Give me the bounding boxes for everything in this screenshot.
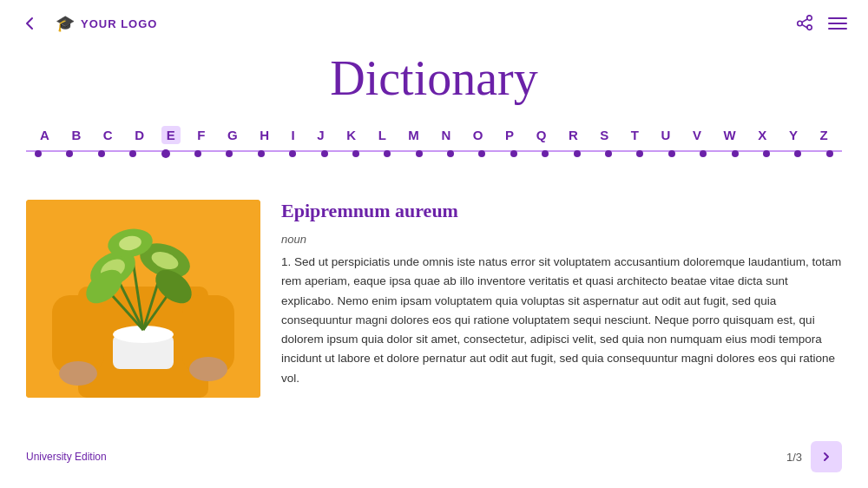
alpha-letter-o[interactable]: O	[468, 126, 489, 144]
logo-icon: 🎓	[56, 14, 76, 33]
alpha-letter-k[interactable]: K	[341, 126, 361, 144]
back-icon	[21, 15, 38, 32]
alpha-letter-v[interactable]: V	[687, 126, 707, 144]
alphabet-dots	[26, 144, 842, 158]
alpha-letter-w[interactable]: W	[719, 126, 741, 144]
next-icon	[819, 450, 833, 464]
alpha-letter-i[interactable]: I	[286, 126, 300, 144]
svg-point-5	[189, 357, 227, 381]
alpha-letter-r[interactable]: R	[563, 126, 583, 144]
share-button[interactable]	[795, 14, 814, 33]
header-left: 🎓 YOUR LOGO	[21, 14, 157, 33]
alpha-dot-v	[700, 150, 707, 157]
word-definition: 1. Sed ut perspiciatis unde omnis iste n…	[281, 253, 842, 388]
alpha-dot-x	[763, 150, 770, 157]
page-indicator: 1/3	[786, 451, 802, 464]
alpha-dot-i	[289, 150, 296, 157]
alpha-dot-d	[129, 150, 136, 157]
alpha-letter-m[interactable]: M	[403, 126, 424, 144]
alpha-letter-f[interactable]: F	[192, 126, 210, 144]
content-area: Epipremnum aureum noun 1. Sed ut perspic…	[26, 200, 842, 398]
alpha-dot-m	[416, 150, 423, 157]
menu-line-2	[828, 23, 847, 24]
alpha-letter-q[interactable]: Q	[531, 126, 552, 144]
alpha-letter-l[interactable]: L	[373, 126, 391, 144]
next-button[interactable]	[811, 441, 842, 472]
hamburger-icon	[828, 17, 847, 30]
alpha-dot-b	[66, 150, 73, 157]
definition-area: Epipremnum aureum noun 1. Sed ut perspic…	[281, 200, 842, 398]
alpha-dot-z	[826, 150, 833, 157]
alpha-letter-c[interactable]: C	[98, 126, 118, 144]
alpha-letter-p[interactable]: P	[500, 126, 519, 144]
alpha-letter-b[interactable]: B	[66, 126, 86, 144]
alphabet-nav: ABCDEFGHIJKLMNOPQRSTUVWXYZ	[0, 126, 868, 158]
alpha-letter-n[interactable]: N	[436, 126, 456, 144]
logo: 🎓 YOUR LOGO	[56, 14, 157, 33]
alpha-dot-u	[668, 150, 675, 157]
alpha-dot-l	[384, 150, 391, 157]
alpha-dot-y	[794, 150, 801, 157]
alpha-letter-t[interactable]: T	[626, 126, 644, 144]
alpha-letter-d[interactable]: D	[129, 126, 149, 144]
alpha-dot-h	[258, 150, 265, 157]
alpha-dot-s	[605, 150, 612, 157]
alpha-dot-t	[636, 150, 643, 157]
alpha-letter-h[interactable]: H	[254, 126, 274, 144]
alpha-letter-z[interactable]: Z	[814, 126, 832, 144]
menu-line-3	[828, 28, 847, 30]
share-icon	[795, 14, 814, 33]
alpha-dot-o	[478, 150, 485, 157]
alpha-letter-x[interactable]: X	[753, 126, 772, 144]
alpha-letter-j[interactable]: J	[312, 126, 329, 144]
alpha-dot-n	[447, 150, 454, 157]
alphabet-letters: ABCDEFGHIJKLMNOPQRSTUVWXYZ	[26, 126, 842, 144]
entry-image	[26, 200, 260, 398]
alpha-dot-q	[542, 150, 549, 157]
header-right	[795, 14, 847, 33]
word-title: Epipremnum aureum	[281, 200, 842, 222]
alpha-letter-e[interactable]: E	[161, 126, 181, 144]
svg-point-4	[59, 361, 97, 386]
menu-line-1	[828, 17, 847, 19]
plant-illustration	[26, 200, 260, 398]
alpha-letter-y[interactable]: Y	[784, 126, 803, 144]
word-type: noun	[281, 233, 842, 246]
alpha-dot-f	[194, 150, 201, 157]
menu-button[interactable]	[828, 17, 847, 30]
footer: University Edition 1/3	[26, 441, 842, 472]
alpha-dot-e	[161, 149, 170, 158]
alpha-letter-g[interactable]: G	[222, 126, 243, 144]
alpha-dot-j	[321, 150, 328, 157]
alpha-dot-a	[35, 150, 42, 157]
edition-label: University Edition	[26, 451, 107, 463]
header: 🎓 YOUR LOGO	[0, 0, 868, 47]
pagination: 1/3	[786, 441, 842, 472]
alpha-letter-a[interactable]: A	[35, 126, 55, 144]
alpha-dot-g	[226, 150, 233, 157]
alpha-dot-p	[510, 150, 517, 157]
alpha-dot-c	[98, 150, 105, 157]
alpha-dot-k	[352, 150, 359, 157]
back-button[interactable]	[21, 15, 38, 32]
logo-text: YOUR LOGO	[81, 17, 157, 30]
alpha-dot-w	[732, 150, 739, 157]
page-title: Dictionary	[0, 50, 868, 106]
alpha-letter-s[interactable]: S	[595, 126, 614, 144]
alpha-letter-u[interactable]: U	[656, 126, 676, 144]
alpha-dot-r	[574, 150, 581, 157]
